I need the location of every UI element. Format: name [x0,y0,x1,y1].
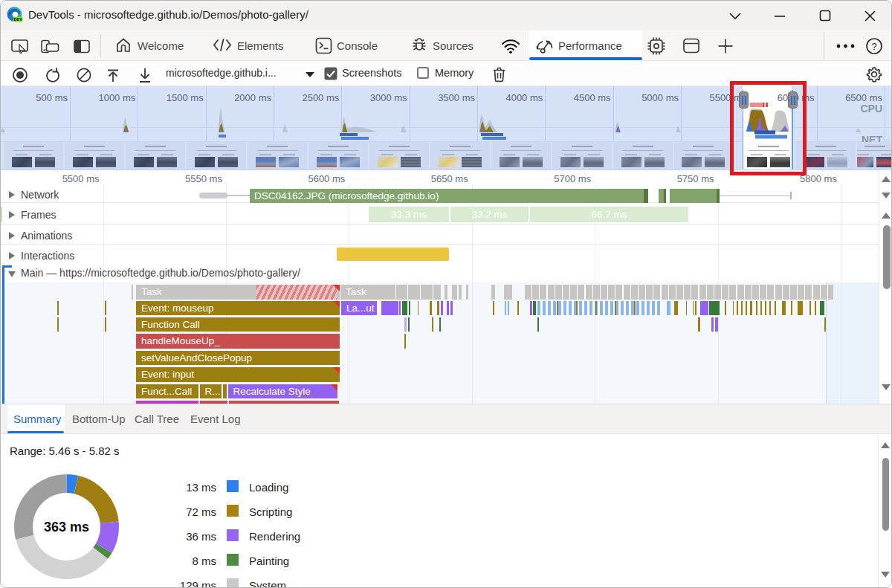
svg-text:?: ? [871,41,876,52]
svg-text:DEV: DEV [14,17,23,22]
